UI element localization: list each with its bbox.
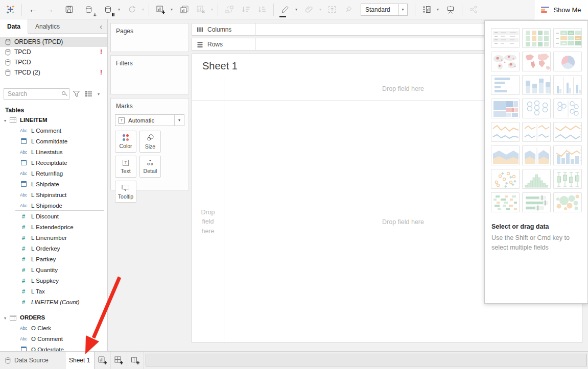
show-hide-cards-button[interactable]: [420, 3, 433, 17]
field-row[interactable]: L Shipinstruct: [0, 189, 107, 200]
clear-sheet-button[interactable]: [195, 3, 207, 17]
group-members-button[interactable]: [303, 3, 315, 17]
filter-icon[interactable]: [73, 90, 80, 97]
detail-button[interactable]: Detail: [139, 156, 161, 178]
mark-type-dropdown[interactable]: Automatic: [115, 114, 184, 126]
search-input[interactable]: [4, 88, 69, 100]
showme-discrete-lines[interactable]: [522, 122, 551, 142]
new-story-button[interactable]: [127, 352, 144, 369]
showme-scatter-plot[interactable]: [491, 169, 520, 189]
field-row[interactable]: L Suppkey: [0, 275, 107, 286]
field-row[interactable]: L Tax: [0, 286, 107, 297]
tab-data[interactable]: Data: [0, 19, 28, 34]
table-group-lineitem[interactable]: LINEITEM: [0, 115, 107, 125]
showme-gantt[interactable]: [491, 192, 520, 212]
field-row[interactable]: L Linenumber: [0, 232, 107, 243]
fit-selector[interactable]: Standard: [361, 4, 408, 16]
new-worksheet-tab-button[interactable]: [95, 352, 111, 369]
drop-zone-rows[interactable]: Drop field here: [192, 101, 224, 342]
chevron-down-icon[interactable]: [294, 7, 299, 12]
pages-card[interactable]: Pages: [110, 23, 189, 52]
showme-text-table[interactable]: [491, 28, 520, 48]
datasource-item[interactable]: ORDERS (TPCD): [0, 37, 107, 47]
collapse-pane-button[interactable]: ‹: [95, 19, 107, 33]
field-row[interactable]: O Clerk: [0, 323, 107, 333]
field-row[interactable]: L Receiptdate: [0, 157, 107, 168]
field-row[interactable]: L Orderkey: [0, 243, 107, 254]
refresh-data-source-button[interactable]: [126, 3, 138, 17]
showme-continuous-area[interactable]: [491, 145, 520, 165]
showme-side-by-side-circles[interactable]: [553, 99, 582, 118]
datasource-item[interactable]: TPCD !: [0, 47, 107, 57]
chevron-down-icon[interactable]: [435, 7, 440, 12]
datasource-item[interactable]: TPCD: [0, 57, 107, 67]
tab-analytics[interactable]: Analytics: [28, 19, 67, 33]
highlight-button[interactable]: [279, 3, 291, 17]
text-button[interactable]: Text: [115, 156, 136, 178]
field-row[interactable]: L Discount: [0, 211, 107, 222]
share-workbook-button[interactable]: [467, 3, 480, 17]
showme-histogram[interactable]: [522, 169, 551, 189]
chevron-down-icon[interactable]: [169, 7, 174, 12]
showme-horizontal-bars[interactable]: [491, 75, 520, 95]
horizontal-scrollbar[interactable]: [146, 354, 587, 366]
swap-rows-columns-button[interactable]: [223, 3, 236, 17]
color-button[interactable]: Color: [115, 131, 136, 153]
showme-bullet-graph[interactable]: [522, 192, 551, 212]
showme-highlight-table[interactable]: [522, 28, 551, 48]
show-mark-labels-button[interactable]: [326, 3, 338, 17]
field-row[interactable]: L Partkey: [0, 254, 107, 264]
showme-filled-map[interactable]: [522, 52, 551, 71]
new-data-source-button[interactable]: +: [82, 3, 95, 17]
pause-auto-updates-button[interactable]: [102, 3, 114, 17]
field-row[interactable]: L Shipdate: [0, 179, 107, 189]
showme-symbol-map[interactable]: [491, 52, 520, 71]
chevron-down-icon[interactable]: [4, 116, 6, 124]
field-row[interactable]: L Shipmode: [0, 200, 107, 211]
field-row[interactable]: L Quantity: [0, 264, 107, 275]
fix-axes-button[interactable]: [342, 3, 355, 17]
showme-dual-combination[interactable]: [553, 145, 582, 165]
field-row[interactable]: LINEITEM (Count): [0, 297, 107, 307]
showme-heat-map[interactable]: [553, 28, 582, 48]
show-me-button[interactable]: Show Me: [534, 0, 588, 19]
undo-button[interactable]: ←: [27, 3, 39, 17]
tooltip-button[interactable]: Tooltip: [115, 181, 136, 203]
showme-box-and-whisker[interactable]: [553, 169, 582, 189]
sort-ascending-button[interactable]: [240, 3, 252, 17]
field-row[interactable]: L Comment: [0, 125, 107, 136]
sort-descending-button[interactable]: [256, 3, 268, 17]
field-row[interactable]: O Orderdate: [0, 344, 107, 351]
showme-stacked-bars[interactable]: [522, 75, 551, 95]
field-row[interactable]: O Comment: [0, 333, 107, 344]
showme-dual-lines[interactable]: [553, 122, 582, 142]
new-worksheet-button[interactable]: [154, 3, 167, 17]
table-group-orders[interactable]: ORDERS: [0, 312, 107, 323]
filters-card[interactable]: Filters: [110, 55, 189, 94]
view-list-icon[interactable]: [85, 91, 92, 97]
showme-packed-bubbles[interactable]: [553, 192, 582, 212]
showme-treemap[interactable]: [491, 99, 520, 118]
chevron-down-icon[interactable]: [96, 92, 101, 96]
field-row[interactable]: L Returnflag: [0, 168, 107, 179]
field-row[interactable]: L Commitdate: [0, 136, 107, 146]
table-name: LINEITEM: [20, 117, 48, 123]
showme-pie-chart[interactable]: [553, 52, 582, 71]
showme-continuous-lines[interactable]: [491, 122, 520, 142]
showme-discrete-area[interactable]: [522, 145, 551, 165]
chevron-down-icon[interactable]: [116, 7, 122, 12]
showme-side-by-side-bars[interactable]: [553, 75, 582, 95]
chevron-down-icon[interactable]: [4, 314, 6, 321]
field-row[interactable]: L Extendedprice: [0, 222, 107, 232]
redo-button[interactable]: →: [43, 3, 56, 17]
showme-circle-views[interactable]: [522, 99, 551, 118]
save-button[interactable]: [63, 3, 75, 17]
size-button[interactable]: Size: [139, 131, 161, 153]
duplicate-sheet-button[interactable]: [178, 3, 191, 17]
field-row[interactable]: L Linestatus: [0, 146, 107, 157]
datasource-item[interactable]: TPCD (2) !: [0, 67, 107, 78]
presentation-mode-button[interactable]: [444, 3, 457, 17]
tab-sheet-1[interactable]: Sheet 1: [65, 352, 95, 369]
tab-data-source[interactable]: Data Source: [0, 352, 60, 369]
new-dashboard-button[interactable]: [111, 352, 127, 369]
